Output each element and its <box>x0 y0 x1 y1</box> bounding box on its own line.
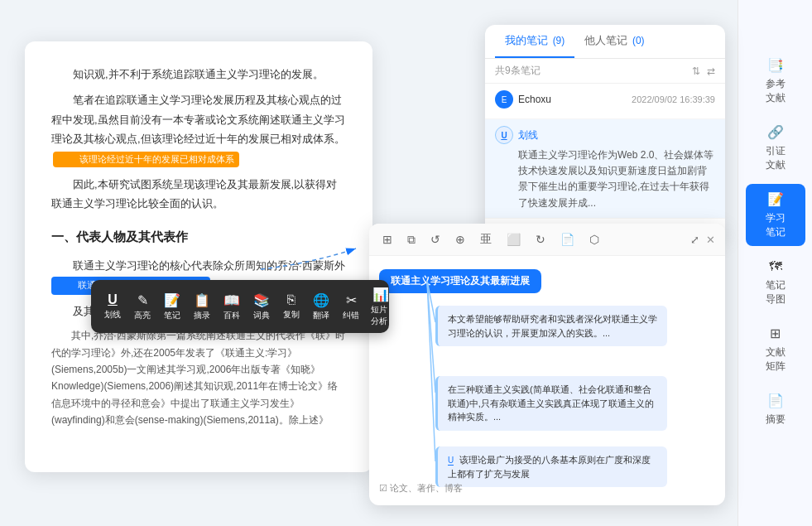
toolbar-correct[interactable]: ✂ 纠错 <box>336 289 366 325</box>
extract-icon: 📋 <box>194 292 210 308</box>
toolbar-extract[interactable]: 📋 摘录 <box>187 289 217 325</box>
mindmap-toolbar: ⊞ ⧉ ↺ ⊕ 亜 ⬜ ↻ 📄 ⬡ ⤢ ✕ <box>369 224 725 256</box>
avatar-2: U <box>495 126 513 144</box>
copy-icon: ⎘ <box>287 292 295 307</box>
text-toolbar: U 划线 ✎ 高亮 📝 笔记 📋 摘录 📖 百科 📚 词典 ⎘ 复制 🌐 翻译 … <box>91 280 389 333</box>
analysis-icon: 📊 <box>372 287 389 302</box>
mindmap-branch-2: 在三种联通主义实践(简单联通、社会化联通和整合联通)中,只有杂联通主义实践真正体… <box>435 376 667 431</box>
sidebar-btn-matrix-label: 文献矩阵 <box>766 345 786 374</box>
matrix-icon: ⊞ <box>770 325 781 343</box>
mindmap-icon: 🗺 <box>769 258 782 276</box>
mindmap-content: 联通主义学习理论及其最新进展 本文希望能够帮助研究者和实践者深化对联通主义学习理… <box>369 256 725 501</box>
toolbar-translate-label: 翻译 <box>313 310 329 321</box>
note-item-2: U 划线 联通主义学习理论作为Web 2.0、社会媒体等技术快速发展以及知识更新… <box>485 119 725 219</box>
note-content-2: 联通主义学习理论作为Web 2.0、社会媒体等技术快速发展以及知识更新速度日益加… <box>495 147 715 211</box>
sidebar-btn-study-notes[interactable]: 📝 学习笔记 <box>746 184 805 246</box>
toolbar-underline-label: 划线 <box>104 309 121 321</box>
notes-count-label: 共9条笔记 <box>495 64 541 78</box>
sidebar-btn-abstract[interactable]: 📄 摘要 <box>746 385 805 433</box>
reference-icon: 📑 <box>767 56 784 75</box>
notes-panel: 我的笔记 (9) 他人笔记 (0) 共9条笔记 ⇅ ⇄ E Echoxu 202… <box>485 25 725 240</box>
mindmap-tool-7[interactable]: ↻ <box>532 231 549 248</box>
highlight-tag: 该理论经过近十年的发展已相对成体系 <box>53 152 239 168</box>
note-author-2: 划线 <box>518 128 538 142</box>
sidebar-btn-citation-label: 引证文献 <box>766 144 786 172</box>
notes-toolbar: 共9条笔记 ⇅ ⇄ <box>485 59 725 84</box>
note-author-1: Echoxu <box>518 94 551 105</box>
notes-toolbar-icons: ⇅ ⇄ <box>692 65 715 77</box>
toolbar-dict-label: 词典 <box>253 310 270 321</box>
correct-icon: ✂ <box>346 292 357 308</box>
toolbar-wiki[interactable]: 📖 百科 <box>217 289 247 325</box>
toolbar-copy[interactable]: ⎘ 复制 <box>276 289 306 324</box>
notes-tabs: 我的笔记 (9) 他人笔记 (0) <box>485 25 725 59</box>
wiki-icon: 📖 <box>223 292 240 308</box>
toolbar-copy-label: 复制 <box>283 309 300 321</box>
toolbar-wiki-label: 百科 <box>223 310 240 321</box>
sidebar-btn-abstract-label: 摘要 <box>766 413 786 427</box>
toolbar-translate[interactable]: 🌐 翻译 <box>306 289 336 325</box>
highlight-icon: ✎ <box>137 292 148 308</box>
note-icon: 📝 <box>164 292 180 308</box>
doc-heading1: 一、代表人物及其代表作 <box>51 225 346 248</box>
sort-icon[interactable]: ⇄ <box>707 65 715 77</box>
mindmap-footer: ☑ 论文、著作、博客 <box>379 482 463 495</box>
translate-icon: 🌐 <box>313 292 329 308</box>
branch-underline-label: U <box>448 456 454 466</box>
underline-icon: U <box>108 292 118 307</box>
sidebar-btn-reference[interactable]: 📑 参考文献 <box>746 50 805 112</box>
filter-icon[interactable]: ⇅ <box>692 65 700 77</box>
tab-my-notes[interactable]: 我的笔记 (9) <box>495 25 574 58</box>
doc-para3: 其中,乔治·西蒙斯除第一篇系统阐述联通主义的代表作《联》时代的学习理论》外,还在… <box>51 327 346 428</box>
svg-line-2 <box>427 281 435 461</box>
note-header-1: E Echoxu 2022/09/02 16:39:39 <box>495 90 715 109</box>
sidebar-btn-matrix[interactable]: ⊞ 文献矩阵 <box>746 318 805 380</box>
mindmap-panel: ⊞ ⧉ ↺ ⊕ 亜 ⬜ ↻ 📄 ⬡ ⤢ ✕ 联通主义学习理论及其最新进展 本文希… <box>369 224 725 505</box>
mindmap-tool-5[interactable]: 亜 <box>477 230 495 249</box>
sidebar-btn-study-notes-label: 学习笔记 <box>766 211 786 239</box>
sidebar-btn-reference-label: 参考文献 <box>766 77 786 105</box>
mindmap-controls: ⤢ ✕ <box>690 234 715 246</box>
right-sidebar: 📑 参考文献 🔗 引证文献 📝 学习笔记 🗺 笔记导图 ⊞ 文献矩阵 📄 摘要 <box>738 0 812 526</box>
toolbar-highlight[interactable]: ✎ 高亮 <box>127 289 157 325</box>
sidebar-btn-citation[interactable]: 🔗 引证文献 <box>746 117 805 179</box>
toolbar-extract-label: 摘录 <box>194 310 210 321</box>
document-panel: 知识观,并不利于系统追踪联通主义学习理论的发展。 笔者在追踪联通主义学习理论发展… <box>25 41 372 472</box>
toolbar-note[interactable]: 📝 笔记 <box>157 289 187 325</box>
toolbar-dict[interactable]: 📚 词典 <box>247 289 276 325</box>
mindmap-tool-6[interactable]: ⬜ <box>503 231 524 248</box>
mindmap-main-topic: 联通主义学习理论及其最新进展 <box>379 269 541 293</box>
sidebar-btn-mindmap[interactable]: 🗺 笔记导图 <box>746 251 805 313</box>
toolbar-underline[interactable]: U 划线 <box>98 289 127 324</box>
mindmap-branch-1: 本文希望能够帮助研究者和实践者深化对联通主义学习理论的认识，开展更加深入的实践。… <box>435 306 667 346</box>
doc-para1-cont: 因此,本研究试图系统呈现该理论及其最新发展,以获得对联通主义学习理论比较全面的认… <box>51 175 346 214</box>
study-notes-icon: 📝 <box>767 191 784 209</box>
mindmap-branch-3: U 该理论最广为接受的八条基本原则在广度和深度上都有了扩充与发展 <box>435 446 667 487</box>
tab-others-notes[interactable]: 他人笔记 (0) <box>574 25 654 58</box>
mindmap-tool-1[interactable]: ⊞ <box>379 231 396 248</box>
mindmap-tool-2[interactable]: ⧉ <box>404 231 419 249</box>
avatar-1: E <box>495 90 513 109</box>
note-header-2: U 划线 <box>495 126 715 144</box>
doc-para1: 笔者在追踪联通主义学习理论发展历程及其核心观点的过程中发现,虽然目前没有一本专著… <box>51 90 346 168</box>
mindmap-tool-4[interactable]: ⊕ <box>452 231 468 248</box>
toolbar-analysis[interactable]: 📊 短片分析 <box>366 283 396 331</box>
doc-intro: 知识观,并不利于系统追踪联通主义学习理论的发展。 <box>51 65 346 84</box>
toolbar-highlight-label: 高亮 <box>134 310 151 321</box>
mindmap-tool-3[interactable]: ↺ <box>427 231 444 248</box>
svg-line-1 <box>427 281 435 393</box>
dict-icon: 📚 <box>253 292 270 308</box>
mindmap-tool-9[interactable]: ⬡ <box>586 231 603 248</box>
mindmap-tool-8[interactable]: 📄 <box>557 231 578 248</box>
abstract-icon: 📄 <box>767 392 784 410</box>
note-time-1: 2022/09/02 16:39:39 <box>632 94 715 104</box>
mindmap-expand-icon[interactable]: ⤢ <box>690 234 699 246</box>
toolbar-correct-label: 纠错 <box>343 310 359 321</box>
toolbar-analysis-label: 短片分析 <box>371 304 391 327</box>
sidebar-btn-mindmap-label: 笔记导图 <box>766 278 786 306</box>
toolbar-note-label: 笔记 <box>164 310 180 321</box>
note-item-1: E Echoxu 2022/09/02 16:39:39 <box>485 84 725 119</box>
citation-icon: 🔗 <box>767 123 784 142</box>
mindmap-close-icon[interactable]: ✕ <box>706 234 715 246</box>
